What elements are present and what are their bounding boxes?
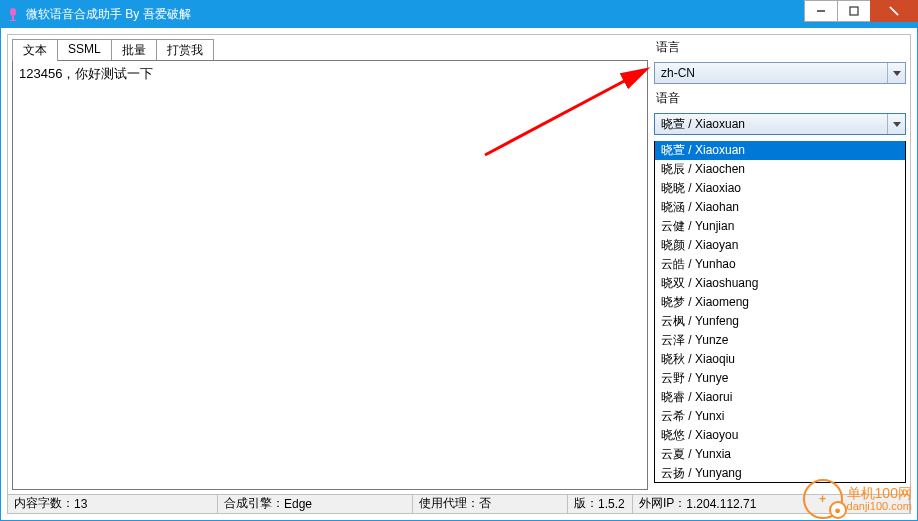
watermark-url: danji100.com — [847, 500, 912, 512]
ip-label: 外网IP： — [639, 495, 686, 512]
watermark-badge: + ● — [803, 479, 843, 519]
voice-option[interactable]: 云夏 / Yunxia — [655, 445, 905, 464]
voice-option[interactable]: 云枫 / Yunfeng — [655, 312, 905, 331]
voice-label: 语音 — [654, 90, 906, 107]
ip-value: 1.204.112.71 — [686, 497, 756, 511]
voice-option[interactable]: 晓双 / Xiaoshuang — [655, 274, 905, 293]
voice-dropdown: 晓萱 / Xiaoxuan 晓辰 / Xiaochen 晓晓 / Xiaoxia… — [654, 141, 906, 483]
watermark-brand: 单机100网 — [847, 486, 912, 500]
client-area: 文本 SSML 批量 打赏我 语言 zh-CN 语音 晓萱 / Xiaoxuan… — [0, 28, 918, 521]
titlebar: 微软语音合成助手 By 吾爱破解 — [0, 0, 918, 28]
char-count-label: 内容字数： — [14, 495, 74, 512]
voice-option[interactable]: 云希 / Yunxi — [655, 407, 905, 426]
svg-line-6 — [890, 7, 898, 15]
proxy-value: 否 — [479, 495, 491, 512]
voice-option[interactable]: 晓颜 / Xiaoyan — [655, 236, 905, 255]
char-count-value: 13 — [74, 497, 87, 511]
tab-text[interactable]: 文本 — [12, 39, 58, 61]
svg-rect-4 — [850, 7, 858, 15]
voice-select[interactable]: 晓萱 / Xiaoxuan — [654, 113, 906, 135]
voice-option[interactable]: 晓悠 / Xiaoyou — [655, 426, 905, 445]
language-select[interactable]: zh-CN — [654, 62, 906, 84]
voice-option[interactable]: 晓涵 / Xiaohan — [655, 198, 905, 217]
chevron-down-icon — [887, 63, 905, 83]
svg-marker-7 — [893, 71, 901, 76]
maximize-button[interactable] — [837, 0, 871, 22]
proxy-label: 使用代理： — [419, 495, 479, 512]
voice-option[interactable]: 晓睿 / Xiaorui — [655, 388, 905, 407]
engine-value: Edge — [284, 497, 312, 511]
voice-option[interactable]: 晓秋 / Xiaoqiu — [655, 350, 905, 369]
tab-ssml[interactable]: SSML — [57, 39, 112, 61]
voice-option[interactable]: 晓晓 / Xiaoxiao — [655, 179, 905, 198]
app-icon — [6, 7, 20, 21]
version-value: 1.5.2 — [598, 497, 625, 511]
voice-value: 晓萱 / Xiaoxuan — [661, 116, 745, 133]
version-label: 版： — [574, 495, 598, 512]
voice-option[interactable]: 晓梦 / Xiaomeng — [655, 293, 905, 312]
svg-rect-0 — [10, 8, 16, 16]
engine-label: 合成引擎： — [224, 495, 284, 512]
language-value: zh-CN — [661, 66, 695, 80]
content-input[interactable] — [12, 60, 648, 490]
voice-option[interactable]: 晓萱 / Xiaoxuan — [655, 141, 905, 160]
svg-rect-2 — [10, 20, 16, 21]
tab-donate[interactable]: 打赏我 — [156, 39, 214, 61]
close-button[interactable] — [870, 0, 918, 22]
minimize-button[interactable] — [804, 0, 838, 22]
voice-option[interactable]: 云野 / Yunye — [655, 369, 905, 388]
language-label: 语言 — [654, 39, 906, 56]
voice-option[interactable]: 云皓 / Yunhao — [655, 255, 905, 274]
window-title: 微软语音合成助手 By 吾爱破解 — [26, 6, 191, 23]
status-bar: 内容字数：13 合成引擎：Edge 使用代理：否 版：1.5.2 外网IP：1.… — [7, 494, 911, 514]
svg-marker-8 — [893, 122, 901, 127]
voice-option[interactable]: 晓辰 / Xiaochen — [655, 160, 905, 179]
voice-option[interactable]: 云健 / Yunjian — [655, 217, 905, 236]
tab-batch[interactable]: 批量 — [111, 39, 157, 61]
tab-bar: 文本 SSML 批量 打赏我 — [12, 39, 648, 61]
chevron-down-icon — [887, 114, 905, 134]
watermark: + ● 单机100网 danji100.com — [803, 479, 912, 519]
svg-rect-1 — [12, 16, 14, 20]
voice-option[interactable]: 云泽 / Yunze — [655, 331, 905, 350]
